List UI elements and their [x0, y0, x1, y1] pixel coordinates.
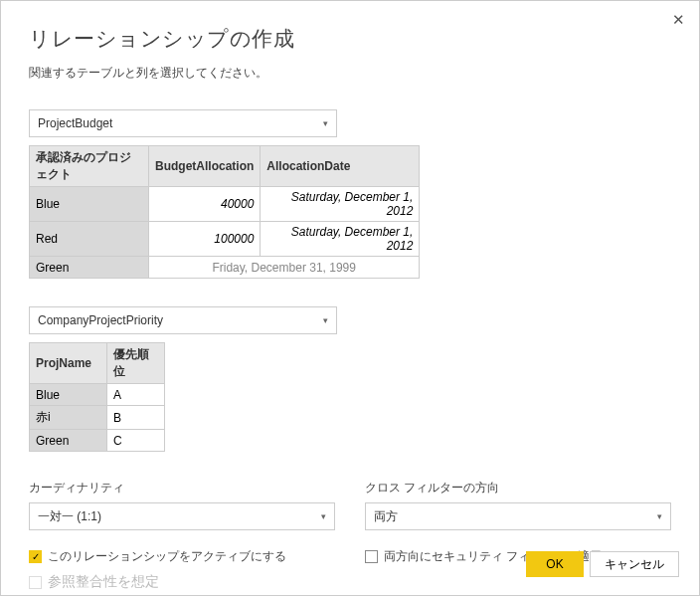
active-checkbox[interactable]: ✓ このリレーションシップをアクティブにする: [29, 548, 335, 565]
crossfilter-value: 両方: [374, 508, 398, 525]
cardinality-value: 一対一 (1:1): [38, 508, 101, 525]
cancel-button[interactable]: キャンセル: [590, 551, 679, 577]
chevron-down-icon: ▾: [657, 511, 662, 521]
ok-button[interactable]: OK: [526, 551, 584, 577]
table-row[interactable]: Green Friday, December 31, 1999: [30, 257, 420, 279]
checkbox-icon: [29, 576, 42, 589]
table2-preview: ProjName 優先順位 Blue A 赤i B Green C: [29, 342, 165, 452]
table2-select[interactable]: CompanyProjectPriority ▾: [29, 306, 337, 334]
table-row[interactable]: Red 100000 Saturday, December 1, 2012: [30, 222, 420, 257]
table1-select[interactable]: ProjectBudget ▾: [29, 109, 337, 137]
chevron-down-icon: ▾: [323, 118, 328, 128]
table-row[interactable]: Blue 40000 Saturday, December 1, 2012: [30, 187, 420, 222]
page-subtitle: 関連するテーブルと列を選択してください。: [29, 65, 671, 82]
page-title: リレーションシップの作成: [29, 25, 671, 53]
cardinality-label: カーディナリティ: [29, 480, 335, 497]
checkbox-icon: [365, 550, 378, 563]
refintegrity-checkbox: 参照整合性を想定: [29, 573, 335, 591]
table-row[interactable]: Blue A: [30, 384, 165, 406]
checkbox-checked-icon: ✓: [29, 550, 42, 563]
chevron-down-icon: ▾: [321, 511, 326, 521]
crossfilter-label: クロス フィルターの方向: [365, 480, 671, 497]
active-checkbox-label: このリレーションシップをアクティブにする: [48, 548, 286, 565]
table1-col2[interactable]: AllocationDate: [261, 146, 420, 187]
cardinality-select[interactable]: 一対一 (1:1) ▾: [29, 502, 335, 530]
table1-select-value: ProjectBudget: [38, 116, 112, 130]
table1-preview: 承認済みのプロジェクト BudgetAllocation AllocationD…: [29, 145, 420, 279]
table2-select-value: CompanyProjectPriority: [38, 313, 163, 327]
table-row[interactable]: Green C: [30, 430, 165, 452]
crossfilter-select[interactable]: 両方 ▾: [365, 502, 671, 530]
close-icon[interactable]: ✕: [672, 11, 685, 29]
table1-col0[interactable]: 承認済みのプロジェクト: [30, 146, 149, 187]
table2-col1[interactable]: 優先順位: [107, 343, 165, 384]
chevron-down-icon: ▾: [323, 315, 328, 325]
table2-col0[interactable]: ProjName: [30, 343, 107, 384]
refintegrity-checkbox-label: 参照整合性を想定: [48, 573, 159, 591]
table1-col1[interactable]: BudgetAllocation: [149, 146, 261, 187]
table-row[interactable]: 赤i B: [30, 406, 165, 430]
